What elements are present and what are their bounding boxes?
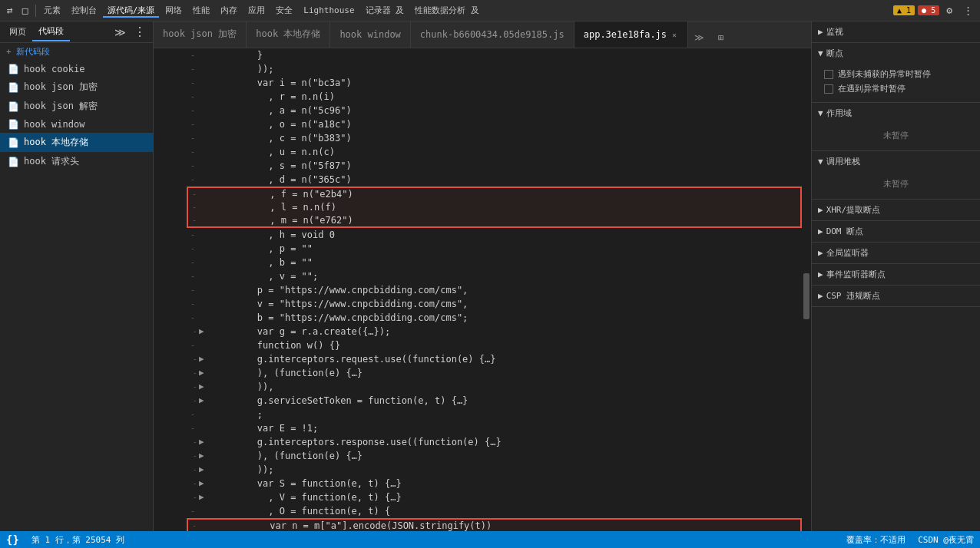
recorder-tab[interactable]: 记录器 及 (361, 3, 409, 18)
gutter-dash: - (192, 463, 197, 477)
console-tab[interactable]: 控制台 (67, 3, 101, 18)
panel-header-watch[interactable]: ▶ 监视 (812, 21, 980, 42)
expand-arrow[interactable]: ▶ (199, 394, 204, 408)
gutter: -▶ (187, 325, 210, 338)
watch-collapse-arrow: ▶ (818, 27, 823, 37)
code-text: ), (function(e) {…} (213, 449, 802, 463)
expand-arrow[interactable]: ▶ (199, 463, 204, 477)
line-number (154, 352, 174, 366)
gutter-dash: - (190, 159, 196, 173)
tab-close-button[interactable]: ✕ (670, 31, 678, 39)
application-tab[interactable]: 应用 (243, 3, 270, 18)
line-number (154, 477, 174, 490)
code-line: - , a = n("5c96") (187, 104, 802, 117)
warning-badge[interactable]: ▲ 1 (893, 5, 915, 15)
sidebar-item-hook-window[interactable]: 📄 hook window (0, 116, 153, 133)
tab-hook-window[interactable]: hook window (330, 21, 410, 48)
expand-arrow[interactable]: ▶ (199, 477, 204, 490)
lighthouse-tab[interactable]: Lighthouse (299, 4, 359, 17)
gutter-dash: - (190, 256, 196, 269)
tab-app-js[interactable]: app.3e1e18fa.js ✕ (574, 21, 688, 48)
panel-header-scope[interactable]: ▼ 作用域 (812, 103, 980, 124)
expand-arrow[interactable]: ▶ (199, 380, 204, 394)
scrollbar-track[interactable] (802, 48, 811, 548)
tab-label: app.3e1e18fa.js (584, 29, 667, 40)
sidebar-item-hook-json-decrypt[interactable]: 📄 hook json 解密 (0, 97, 153, 116)
code-text: , u = n.n(c) (213, 145, 802, 159)
callstack-collapse-arrow: ▼ (818, 157, 823, 167)
tabs-overflow-button[interactable]: ≫ (688, 28, 710, 48)
expand-arrow[interactable]: ▶ (199, 435, 204, 449)
new-snippet-button[interactable]: + 新代码段 (6, 46, 50, 58)
sidebar-more-icon[interactable]: ≫ (111, 25, 130, 40)
code-line: -▶ ), (function(e) {…} (187, 366, 802, 380)
split-editor-button[interactable]: ⊞ (713, 28, 728, 48)
sidebar-menu-icon[interactable]: ⋮ (130, 23, 150, 41)
gutter-dash: - (190, 117, 196, 131)
sidebar-item-hook-local-storage[interactable]: 📄 hook 本地存储 (0, 133, 153, 152)
code-line: - , m = n("e762") (187, 214, 802, 228)
panel-header-csp[interactable]: ▶ CSP 违规断点 (812, 286, 980, 306)
line-number (154, 173, 174, 187)
panel-header-global[interactable]: ▶ 全局监听器 (812, 243, 980, 263)
scrollbar-thumb[interactable] (803, 273, 809, 319)
panel-header-dom[interactable]: ▶ DOM 断点 (812, 221, 980, 242)
expand-arrow[interactable]: ▶ (199, 325, 204, 338)
sources-tab[interactable]: 源代码/来源 (103, 3, 160, 18)
gutter-dash: - (192, 380, 197, 394)
security-tab[interactable]: 安全 (271, 3, 297, 18)
tab-hook-local-storage[interactable]: hook 本地存储 (247, 21, 330, 48)
code-text: )); (213, 463, 802, 477)
performance-insights-tab[interactable]: 性能数据分析 及 (410, 3, 484, 18)
sidebar-item-hook-cookie[interactable]: 📄 hook cookie (0, 61, 153, 78)
code-scroll[interactable]: - }- ));- var i = n("bc3a")- , r = n.n(i… (154, 48, 802, 548)
expand-arrow[interactable]: ▶ (199, 490, 204, 504)
elements-tab[interactable]: 元素 (39, 3, 65, 18)
gutter: - (187, 228, 210, 242)
scope-content: 未暂停 (812, 124, 980, 150)
sidebar-item-label: hook 本地存储 (24, 136, 88, 149)
gutter: - (187, 311, 210, 325)
breakpoint-caught-checkbox[interactable] (824, 84, 833, 94)
panel-header-breakpoints[interactable]: ▼ 断点 (812, 43, 980, 64)
inspector-icon[interactable]: □ (18, 3, 32, 18)
sidebar-item-label: hook 请求头 (24, 155, 79, 168)
code-line: - , l = n.n(f) (187, 200, 802, 214)
tab-hook-json-encrypt[interactable]: hook json 加密 (154, 21, 247, 48)
network-tab[interactable]: 网络 (161, 3, 187, 18)
more-icon[interactable]: ⋮ (959, 3, 977, 18)
line-number (154, 338, 174, 352)
code-line: -▶ g.interceptors.response.use((function… (187, 435, 802, 449)
gutter-dash: - (192, 200, 197, 214)
expand-arrow[interactable]: ▶ (199, 449, 204, 463)
status-position: 第 1 行，第 25054 列 (31, 534, 124, 546)
gutter-dash: - (192, 366, 197, 380)
status-braces-icon[interactable]: {} (6, 533, 19, 546)
code-line: -▶ var S = function(e, t) {…} (187, 477, 802, 490)
tab-snippets[interactable]: 代码段 (32, 22, 70, 41)
event-label: 事件监听器断点 (826, 269, 886, 280)
tab-chunk[interactable]: chunk-b6600434.05de9185.js (411, 21, 574, 48)
gutter: -▶ (187, 449, 210, 463)
main-area: 网页 代码段 ≫ ⋮ + 新代码段 📄 hook cookie 📄 hook j… (0, 21, 980, 548)
gutter: - (187, 173, 210, 187)
code-line: - , d = n("365c") (187, 173, 802, 187)
cursor-icon[interactable]: ⇄ (3, 3, 17, 18)
sidebar-item-hook-request-header[interactable]: 📄 hook 请求头 (0, 152, 153, 171)
error-badge[interactable]: ● 5 (918, 5, 939, 15)
xhr-label: XHR/提取断点 (826, 204, 881, 216)
panel-header-event[interactable]: ▶ 事件监听器断点 (812, 264, 980, 285)
code-text: , a = n("5c96") (213, 104, 802, 117)
sidebar-item-hook-json-encrypt[interactable]: 📄 hook json 加密 (0, 78, 153, 97)
expand-arrow[interactable]: ▶ (199, 352, 204, 366)
expand-arrow[interactable]: ▶ (199, 366, 204, 380)
panel-header-callstack[interactable]: ▼ 调用堆栈 (812, 151, 980, 172)
code-text: , c = n("b383") (213, 131, 802, 145)
performance-tab[interactable]: 性能 (188, 3, 214, 18)
code-content[interactable]: - }- ));- var i = n("bc3a")- , r = n.n(i… (180, 48, 802, 548)
breakpoint-uncaught-checkbox[interactable] (824, 70, 833, 79)
gear-icon[interactable]: ⚙ (942, 3, 956, 18)
panel-header-xhr[interactable]: ▶ XHR/提取断点 (812, 200, 980, 220)
memory-tab[interactable]: 内存 (216, 3, 242, 18)
tab-webpage[interactable]: 网页 (3, 23, 32, 41)
